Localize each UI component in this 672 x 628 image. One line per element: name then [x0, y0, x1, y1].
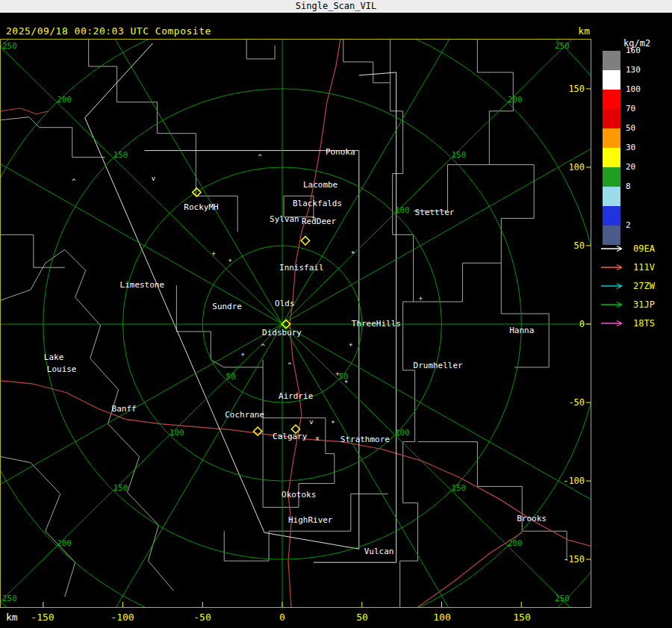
city-label: Sundre	[212, 302, 242, 311]
city-label: ThreeHills	[352, 319, 401, 329]
ring-label: 250	[2, 594, 17, 603]
ring-label: 100	[395, 428, 410, 438]
ring-label: 100	[395, 205, 410, 215]
x-axis-label: 150	[504, 612, 540, 623]
colorbar-swatch	[603, 167, 620, 187]
point-marker: ^	[287, 361, 292, 369]
y-axis-label: 100	[568, 162, 585, 172]
storm-id-label: 27ZW	[633, 281, 655, 291]
city-label: Blackfalds	[293, 199, 342, 208]
y-axis-label: -150	[563, 554, 585, 565]
colorbar-entries: 1601301007050302082	[603, 51, 672, 245]
radar-app-window: { "window": { "title": "Single_Scan_VIL"…	[0, 0, 672, 628]
side-panel: kg/m2 1601301007050302082 09EA111V27ZW31…	[592, 13, 672, 628]
storm-id-label: 09EA	[633, 243, 655, 254]
colorbar-swatch	[603, 90, 620, 109]
radar-site-icon	[193, 188, 201, 196]
point-marker: v	[152, 175, 155, 183]
storm-legend-row: 31JP	[601, 295, 655, 314]
ring-label: 150	[113, 483, 128, 493]
city-label: Strathmore	[340, 435, 390, 444]
storm-legend-row: 09EA	[601, 239, 655, 258]
city-label: Okotoks	[281, 490, 316, 500]
city-label: RedDeer	[302, 217, 337, 226]
scan-timestamp: 2025/09/18 00:20:03 UTC Composite	[6, 25, 211, 37]
colorbar-threshold-label: 100	[626, 84, 641, 94]
storm-id-label: 111V	[633, 262, 655, 273]
storm-motion-arrow-icon	[601, 320, 628, 327]
colorbar-swatch	[603, 187, 620, 206]
window-title: Single_Scan_VIL	[0, 0, 672, 13]
colorbar-threshold-label: 160	[626, 46, 641, 55]
city-label: Banff	[112, 404, 137, 414]
city-label: Limestone	[120, 280, 164, 290]
point-marker: +	[335, 370, 340, 378]
colorbar-entry: 30	[603, 148, 672, 167]
colorbar-swatch	[603, 109, 620, 128]
ring-label: 200	[508, 95, 523, 105]
city-label: Drumheller	[414, 361, 463, 370]
colorbar-entry: 20	[603, 167, 672, 187]
storm-id-label: 31JP	[633, 299, 655, 310]
ring-label: 150	[451, 483, 466, 493]
x-axis-label: -150	[25, 612, 60, 623]
city-label: Ponoka	[326, 147, 355, 157]
point-marker: *	[331, 420, 335, 427]
storm-motion-arrow-icon	[601, 264, 628, 271]
ring-label: 200	[57, 538, 72, 548]
colorbar-threshold-label: 70	[626, 104, 635, 114]
city-label: Lacombe	[303, 180, 337, 190]
radar-map-svg: 1502002501001502002505010015020025050100…	[1, 40, 591, 607]
ring-label: 250	[555, 41, 570, 51]
colorbar-swatch	[603, 206, 620, 226]
ring-label: 150	[113, 150, 128, 160]
y-axis-label: 0	[579, 319, 585, 329]
radar-map: 1502002501001502002505010015020025050100…	[0, 39, 591, 608]
y-axis-label: 150	[568, 84, 585, 94]
city-label: Didsbury	[262, 328, 302, 338]
x-axis: km -150-100-50050100150	[0, 612, 591, 625]
city-labels: PonokaLacombeBlackfaldsSylvanRedDeerStet…	[44, 147, 547, 557]
point-marker: x	[315, 435, 320, 442]
colorbar-entry: 100	[603, 90, 672, 109]
ring-label: 200	[508, 538, 523, 548]
point-marker: *	[344, 379, 348, 387]
city-label: Louise	[47, 364, 77, 374]
city-label: Sylvan	[270, 214, 299, 224]
ring-label: 150	[451, 150, 466, 160]
city-label: HighRiver	[288, 515, 333, 525]
colorbar-threshold-label: 2	[626, 220, 631, 230]
point-marker: ^	[258, 153, 262, 161]
x-axis-label: -100	[105, 612, 140, 623]
city-label: Stettler	[415, 208, 455, 217]
x-axis-unit: km	[6, 612, 18, 623]
x-axis-label: -50	[184, 612, 220, 623]
y-axis-label: -50	[568, 397, 585, 408]
colorbar-entry: 70	[603, 109, 672, 128]
colorbar-swatch	[603, 70, 620, 90]
point-marker: +	[311, 214, 316, 222]
storm-motion-arrow-icon	[601, 282, 628, 290]
x-axis-label: 0	[264, 612, 300, 623]
storm-id-label: 18TS	[633, 318, 655, 329]
ring-label: 250	[555, 594, 570, 603]
point-markers: ^^v+++*+^^+++*v*x	[72, 153, 423, 442]
point-marker: +	[349, 341, 353, 349]
storm-motion-arrow-icon	[601, 301, 628, 308]
colorbar-entry: 8	[603, 187, 672, 206]
radar-site-icon	[301, 237, 309, 245]
x-axis-label: 50	[344, 612, 380, 623]
point-marker: +	[419, 295, 423, 302]
storm-legend-row: 27ZW	[601, 276, 655, 295]
city-label: Hanna	[509, 326, 534, 335]
colorbar-threshold-label: 20	[626, 162, 635, 172]
storm-legend-row: 18TS	[601, 314, 655, 332]
ring-label: 250	[2, 41, 17, 51]
city-label: Brooks	[517, 514, 547, 523]
city-label: Airdrie	[279, 391, 313, 401]
y-axis-label: 50	[574, 240, 585, 251]
point-marker: v	[309, 418, 313, 426]
point-marker: ^	[261, 343, 265, 350]
ring-label: 50	[226, 372, 236, 382]
point-marker: ^	[72, 178, 76, 185]
